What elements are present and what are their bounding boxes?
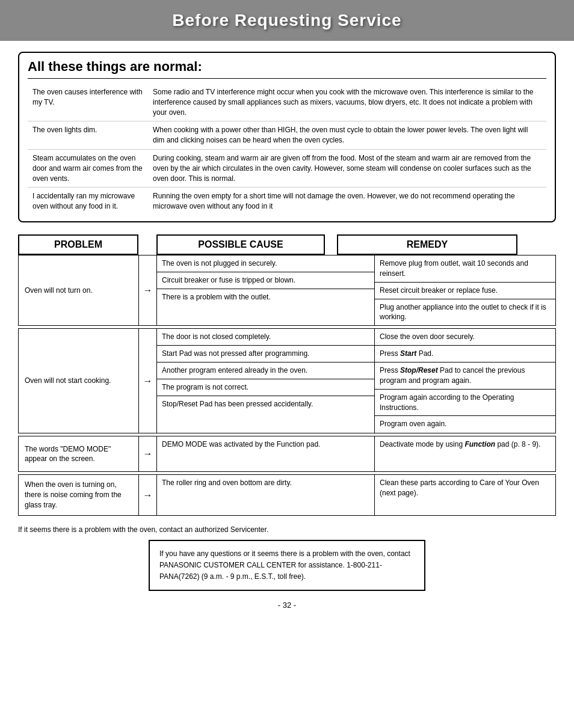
ts-remedy-row: Plug another appliance into the outlet t… [375,299,555,326]
ts-arrow: → [139,475,157,515]
ts-causes-column: DEMO MODE was activated by the Function … [157,436,375,471]
normal-explanation: Some radio and TV interference might occ… [148,84,546,121]
ts-remedy-row: Reset circuit breaker or replace fuse. [375,283,555,299]
ts-cause-row: DEMO MODE was activated by the Function … [157,436,374,453]
ts-cause-row: Start Pad was not pressed after programm… [157,346,374,362]
normal-problem: The oven lights dim. [28,121,148,150]
normal-explanation: When cooking with a power other than HIG… [148,121,546,150]
ts-remedy-row: Press Stop/Reset Pad to cancel the previ… [375,362,555,390]
ts-remedies-column: Close the oven door securely.Press Start… [375,329,555,433]
normal-table-row: The oven causes interference with my TV.… [28,84,546,121]
ts-causes-column: The roller ring and oven bottom are dirt… [157,475,375,515]
contact-box: If you have any questions or it seems th… [149,540,425,592]
ts-cause-row: Circuit breaker or fuse is tripped or bl… [157,272,374,289]
ts-arrow: → [139,329,157,433]
ts-problem-cell: Oven will not start cooking. [19,329,139,433]
ts-remedy-row: Remove plug from outlet, wait 10 seconds… [375,255,555,283]
troubleshoot-section: PROBLEM POSSIBLE CAUSE REMEDY Oven will … [18,234,556,516]
col-headers: PROBLEM POSSIBLE CAUSE REMEDY [18,234,556,255]
ts-remedy-row: Close the oven door securely. [375,329,555,346]
ts-group: The words "DEMO MODE" appear on the scre… [18,436,556,472]
ts-groups: Oven will not turn on.→The oven is not p… [18,255,556,516]
normal-problem: Steam accumulates on the oven door and w… [28,149,148,187]
normal-table: The oven causes interference with my TV.… [28,84,546,215]
ts-group: Oven will not start cooking.→The door is… [18,328,556,433]
normal-problem: The oven causes interference with my TV. [28,84,148,121]
ts-arrow: → [139,255,157,325]
normal-problem: I accidentally ran my microwave oven wit… [28,188,148,215]
normal-table-row: I accidentally ran my microwave oven wit… [28,188,546,215]
ts-causes-column: The oven is not plugged in securely.Circ… [157,255,375,325]
contact-text: If you have any questions or it seems th… [159,549,410,581]
ts-remedies-column: Clean these parts according to Care of Y… [375,475,555,515]
normal-table-row: The oven lights dim.When cooking with a … [28,121,546,150]
ts-problem-cell: Oven will not turn on. [19,255,139,325]
ts-causes-column: The door is not closed completely.Start … [157,329,375,433]
col-cause-header: POSSIBLE CAUSE [156,234,325,255]
page-number: - 32 - [0,601,574,616]
ts-cause-row: The door is not closed completely. [157,329,374,346]
ts-remedy-row: Clean these parts according to Care of Y… [375,475,555,501]
ts-arrow: → [139,436,157,471]
ts-cause-row: The program is not correct. [157,379,374,396]
ts-remedies-column: Remove plug from outlet, wait 10 seconds… [375,255,555,325]
ts-cause-row: Another program entered already in the o… [157,362,374,379]
normal-explanation: Running the oven empty for a short time … [148,188,546,215]
col-remedy-header: REMEDY [337,234,517,255]
ts-remedies-column: Deactivate mode by using Function pad (p… [375,436,555,471]
normal-heading: All these things are normal: [28,59,546,79]
ts-remedy-row: Program oven again. [375,416,555,433]
page-header: Before Requesting Service [0,0,574,41]
ts-problem-cell: The words "DEMO MODE" appear on the scre… [19,436,139,471]
ts-group: Oven will not turn on.→The oven is not p… [18,255,556,326]
ts-cause-row: Stop/Reset Pad has been pressed accident… [157,396,374,413]
normal-explanation: During cooking, steam and warm air are g… [148,149,546,187]
ts-cause-row: The roller ring and oven bottom are dirt… [157,475,374,492]
ts-cause-row: The oven is not plugged in securely. [157,255,374,272]
ts-cause-row: There is a problem with the outlet. [157,289,374,306]
footer-note: If it seems there is a problem with the … [18,525,556,534]
page-title: Before Requesting Service [6,11,568,30]
normal-table-row: Steam accumulates on the oven door and w… [28,149,546,187]
col-problem-header: PROBLEM [18,234,138,255]
ts-group: When the oven is turning on, there is no… [18,474,556,515]
ts-remedy-row: Program again according to the Operating… [375,390,555,417]
normal-section: All these things are normal: The oven ca… [18,52,556,222]
ts-remedy-row: Press Start Pad. [375,346,555,362]
ts-remedy-row: Deactivate mode by using Function pad (p… [375,436,555,453]
ts-problem-cell: When the oven is turning on, there is no… [19,475,139,515]
